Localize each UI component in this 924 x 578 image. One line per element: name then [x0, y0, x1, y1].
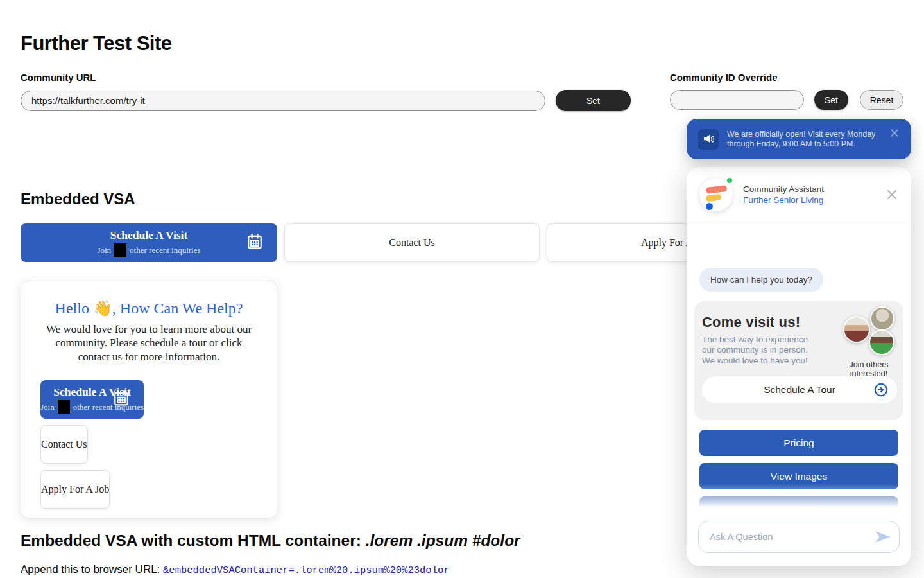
community-id-reset-button[interactable]: Reset	[860, 90, 903, 110]
embedded-vsa-heading: Embedded VSA	[21, 190, 135, 208]
social-proof-text: Join others interested!	[837, 360, 901, 379]
schedule-a-visit-subtitle: Joinother recent inquiries	[97, 243, 200, 257]
ask-question-input[interactable]	[698, 521, 900, 553]
chat-body: How can I help you today? Come visit us!…	[687, 222, 911, 517]
card-apply-for-a-job-button[interactable]: Apply For A Job	[40, 470, 110, 509]
avatar	[870, 306, 894, 331]
redacted-count	[114, 243, 126, 257]
schedule-a-tour-button[interactable]: Schedule A Tour	[702, 376, 897, 403]
avatar	[843, 316, 870, 343]
quick-action-pricing[interactable]: Pricing	[699, 430, 898, 456]
community-id-input[interactable]	[670, 90, 804, 110]
visit-card-body: The best way to experience our community…	[702, 335, 816, 366]
logo-bar-yellow	[705, 193, 721, 202]
chat-composer	[687, 517, 911, 566]
chat-header: Community Assistant Further Senior Livin…	[687, 167, 911, 222]
community-link[interactable]: Further Senior Living	[743, 195, 824, 205]
vsa-card-body: We would love for you to learn more abou…	[40, 322, 257, 363]
append-url-code: &embeddedVSAContainer=.lorem%20.ipsum%20…	[163, 565, 449, 576]
come-visit-card: Come visit us! The best way to experienc…	[694, 301, 903, 420]
contact-us-button[interactable]: Contact Us	[284, 223, 540, 262]
card-contact-us-button[interactable]: Contact Us	[40, 425, 88, 464]
community-url-input[interactable]	[21, 91, 545, 111]
card-schedule-a-visit-button[interactable]: Schedule A Visit Joinother recent inquir…	[40, 380, 144, 419]
send-icon[interactable]	[874, 530, 892, 544]
quick-action-virtual-tour[interactable]: Virtual Tour	[699, 496, 898, 517]
page-title: Further Test Site	[21, 32, 172, 55]
vsa-widget-card: Hello 👋, How Can We Help? We would love …	[21, 281, 277, 518]
calendar-icon	[113, 390, 130, 409]
online-status-dot	[726, 177, 733, 184]
logo-bar-coral	[706, 185, 728, 194]
css-selector-text: .lorem .ipsum #dolor	[366, 532, 520, 549]
schedule-a-visit-button[interactable]: Schedule A Visit Joinother recent inquir…	[21, 223, 277, 262]
logo-dot-blue	[706, 203, 713, 210]
vsa-button-row: Schedule A Visit Joinother recent inquir…	[21, 223, 803, 262]
further-logo-avatar	[699, 178, 733, 211]
assistant-message-bubble: How can I help you today?	[699, 268, 823, 292]
assistant-name: Community Assistant	[743, 184, 824, 194]
community-id-set-button[interactable]: Set	[814, 90, 848, 110]
megaphone-icon	[698, 129, 719, 150]
close-icon[interactable]	[889, 127, 900, 139]
chat-widget: Community Assistant Further Senior Livin…	[687, 167, 911, 566]
community-id-label: Community ID Override	[670, 72, 903, 83]
arrow-right-circle-icon	[873, 382, 889, 400]
community-id-group: Community ID Override Set Reset	[670, 72, 903, 110]
vsa-card-heading: Hello 👋, How Can We Help?	[21, 299, 277, 317]
visitor-avatars	[843, 306, 896, 358]
community-url-set-button[interactable]: Set	[556, 90, 631, 111]
page: Further Test Site Community URL Set Comm…	[0, 0, 924, 578]
redacted-count	[58, 400, 70, 414]
avatar	[869, 329, 894, 355]
community-url-group: Community URL Set	[21, 72, 631, 111]
announcement-banner: We are officially open! Visit every Mond…	[687, 119, 911, 159]
calendar-icon	[246, 233, 263, 252]
custom-container-heading: Embedded VSA with custom HTML container:…	[21, 532, 520, 550]
append-url-line: Append this to browser URL: &embeddedVSA…	[21, 563, 450, 576]
close-icon[interactable]	[886, 188, 898, 201]
community-url-label: Community URL	[21, 72, 631, 83]
schedule-a-visit-title: Schedule A Visit	[110, 229, 188, 242]
quick-action-view-images[interactable]: View Images	[699, 463, 898, 489]
chat-identity: Community Assistant Further Senior Livin…	[743, 184, 824, 205]
announcement-text: We are officially open! Visit every Mond…	[727, 130, 876, 149]
